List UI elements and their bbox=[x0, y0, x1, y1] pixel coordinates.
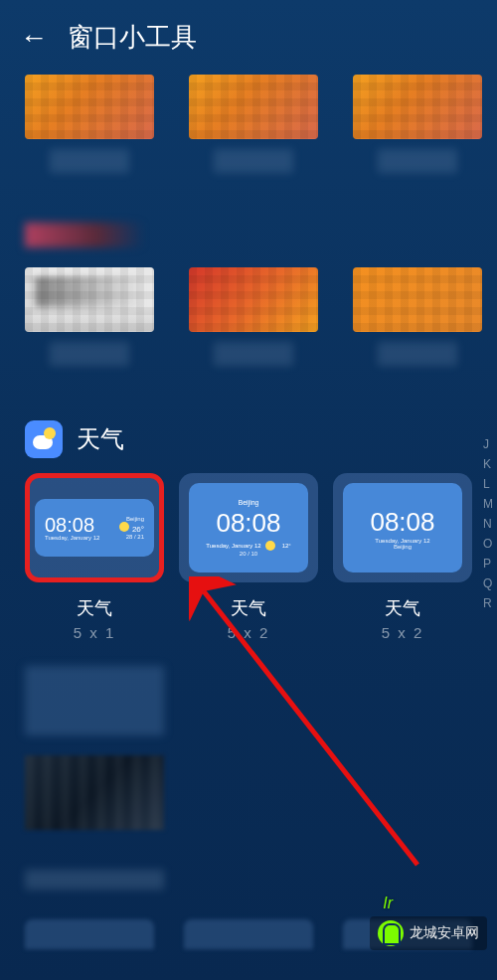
widget-location: Beijing bbox=[238, 499, 258, 506]
widget-preview: 08:08 Tuesday, January 12 Beijing bbox=[333, 473, 472, 582]
blurred-widget[interactable] bbox=[25, 75, 154, 173]
blurred-widget[interactable] bbox=[25, 267, 154, 366]
widget-range: 20 / 10 bbox=[240, 551, 257, 557]
index-letter[interactable]: L bbox=[483, 477, 493, 491]
widget-time: 08:08 bbox=[45, 515, 119, 535]
blurred-widget[interactable] bbox=[189, 75, 318, 173]
index-letter[interactable]: P bbox=[483, 557, 493, 571]
sun-icon bbox=[265, 541, 275, 551]
widget-temp: 12° bbox=[282, 543, 291, 549]
weather-widget-preview: 08:08 Tuesday, January 12 Beijing bbox=[343, 483, 462, 572]
header: ← 窗口小工具 bbox=[0, 0, 497, 65]
widget-location: Beijing bbox=[126, 516, 144, 522]
index-letter[interactable]: M bbox=[483, 497, 493, 511]
blurred-widget[interactable] bbox=[353, 75, 482, 173]
alphabet-index[interactable]: J K L M N O P Q R bbox=[483, 437, 493, 610]
blurred-label bbox=[25, 870, 164, 890]
blurred-widget[interactable] bbox=[189, 267, 318, 366]
widget-range: 28 / 21 bbox=[126, 534, 144, 540]
weather-widget-row: 08:08 Tuesday, January 12 Beijing 26° 28… bbox=[0, 473, 497, 641]
widget-time: 08:08 bbox=[370, 507, 434, 538]
blurred-widget[interactable] bbox=[25, 666, 164, 735]
widget-time: 08:08 bbox=[216, 508, 280, 539]
weather-widget-preview: 08:08 Tuesday, January 12 Beijing 26° 28… bbox=[35, 499, 154, 557]
widget-label: 天气 bbox=[77, 596, 112, 620]
widget-label: 天气 bbox=[385, 596, 420, 620]
annotation-text: Ir bbox=[383, 895, 393, 912]
back-icon[interactable]: ← bbox=[20, 22, 48, 54]
index-letter[interactable]: Q bbox=[483, 576, 493, 590]
index-letter[interactable]: J bbox=[483, 437, 493, 451]
widget-size: 5 x 2 bbox=[382, 624, 424, 641]
widget-date: Tuesday, January 12 bbox=[45, 535, 119, 541]
blurred-row-2 bbox=[0, 257, 497, 396]
blurred-widget[interactable] bbox=[353, 267, 482, 366]
weather-app-icon bbox=[25, 420, 63, 458]
blurred-widget[interactable] bbox=[25, 755, 164, 830]
weather-widget-preview: Beijing 08:08 Tuesday, January 12 12° 20… bbox=[189, 483, 308, 572]
blurred-row-1 bbox=[0, 65, 497, 203]
section-title: 天气 bbox=[77, 423, 124, 455]
watermark-text: 龙城安卓网 bbox=[410, 924, 479, 942]
blurred-section-header bbox=[25, 223, 144, 247]
index-letter[interactable]: R bbox=[483, 596, 493, 610]
index-letter[interactable]: O bbox=[483, 537, 493, 551]
widget-date: Tuesday, January 12 bbox=[206, 543, 260, 549]
widget-temp: 26° bbox=[132, 525, 144, 534]
widget-preview: Beijing 08:08 Tuesday, January 12 12° 20… bbox=[179, 473, 318, 582]
widget-location: Beijing bbox=[394, 544, 412, 550]
page-title: 窗口小工具 bbox=[68, 20, 197, 55]
blurred-widget[interactable] bbox=[25, 919, 154, 949]
blurred-section-bottom bbox=[0, 641, 497, 914]
widget-item-5x1[interactable]: 08:08 Tuesday, January 12 Beijing 26° 28… bbox=[25, 473, 164, 641]
index-letter[interactable]: K bbox=[483, 457, 493, 471]
widget-item-5x2[interactable]: Beijing 08:08 Tuesday, January 12 12° 20… bbox=[179, 473, 318, 641]
sun-icon bbox=[119, 522, 129, 532]
weather-section-header: 天气 bbox=[0, 396, 497, 473]
blurred-widget[interactable] bbox=[184, 919, 313, 949]
watermark: 龙城安卓网 bbox=[370, 916, 487, 950]
widget-size: 5 x 1 bbox=[74, 624, 116, 641]
index-letter[interactable]: N bbox=[483, 517, 493, 531]
widget-preview-highlighted: 08:08 Tuesday, January 12 Beijing 26° 28… bbox=[25, 473, 164, 582]
android-icon bbox=[378, 920, 404, 946]
widget-item-5x2b[interactable]: 08:08 Tuesday, January 12 Beijing 天气 5 x… bbox=[333, 473, 472, 641]
widget-label: 天气 bbox=[231, 596, 266, 620]
widget-size: 5 x 2 bbox=[228, 624, 270, 641]
